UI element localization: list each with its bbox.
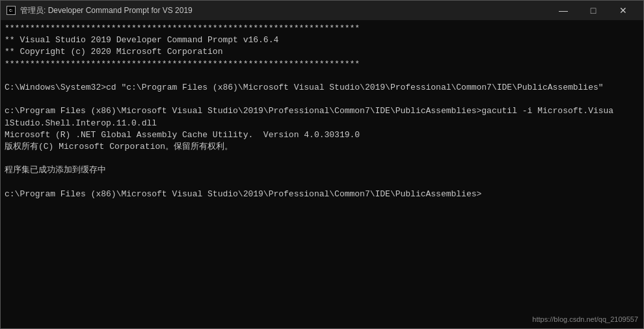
terminal-body[interactable]: ****************************************… [1,20,643,328]
vs-version-line: ** Visual Studio 2019 Developer Command … [5,34,639,46]
window-controls: — □ ✕ [548,1,638,20]
gacutil-command-line: c:\Program Files (x86)\Microsoft Visual … [5,105,639,117]
cd-command-line: C:\Windows\System32>cd "c:\Program Files… [5,82,639,94]
watermark: https://blog.csdn.net/qq_2109557 [532,315,638,324]
separator-bottom: ****************************************… [5,59,639,70]
title-bar: 管理员: Developer Command Prompt for VS 201… [1,1,643,20]
window-title: 管理员: Developer Command Prompt for VS 201… [20,5,193,16]
separator-top: ****************************************… [5,23,639,34]
final-prompt-line: c:\Program Files (x86)\Microsoft Visual … [5,189,639,200]
minimize-button[interactable]: — [548,1,578,20]
blank-after-separator [5,70,639,82]
title-bar-left: 管理员: Developer Command Prompt for VS 201… [6,5,193,16]
cmd-icon [6,5,16,16]
copyright-line: ** Copyright (c) 2020 Microsoft Corporat… [5,46,639,58]
maximize-button[interactable]: □ [578,1,608,20]
gacutil-command-line2: lStudio.Shell.Interop.11.0.dll [5,118,639,129]
blank-after-cd [5,94,639,105]
gacutil-output-line1: Microsoft (R) .NET Global Assembly Cache… [5,129,639,141]
gacutil-copyright-line: 版权所有(C) Microsoft Corporation。保留所有权利。 [5,141,639,153]
success-line: 程序集已成功添加到缓存中 [5,164,639,176]
blank-after-gacutil [5,153,639,164]
terminal-window: 管理员: Developer Command Prompt for VS 201… [0,0,644,329]
blank-after-success [5,176,639,188]
close-button[interactable]: ✕ [608,1,638,20]
